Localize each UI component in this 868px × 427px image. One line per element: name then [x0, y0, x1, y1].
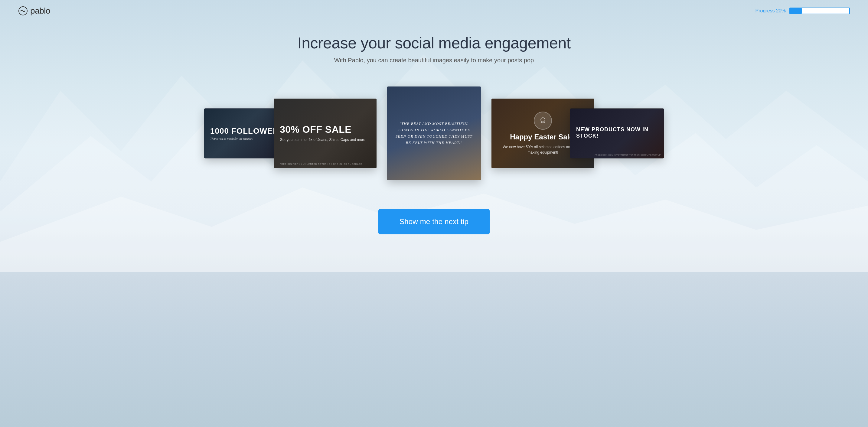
pablo-logo-icon [18, 6, 28, 16]
hero-title: Increase your social media engagement [297, 34, 571, 52]
card-3-quote: "The best and most beautiful things in t… [393, 121, 475, 146]
card-new-products: New Products Now In Stock! FACEBOOK.COM/… [570, 109, 664, 158]
card-4-title: Happy Easter Sale! [510, 133, 576, 141]
card-2-footer: FREE DELIVERY / UNLIMITED RETURNS / ONE … [280, 163, 362, 165]
card-5-title: New Products Now In Stock! [576, 126, 658, 139]
cards-container: 1000 Followers Thank you so much for the… [0, 82, 868, 185]
card-quote: "The best and most beautiful things in t… [387, 87, 481, 180]
card-4-icon-circle [534, 112, 552, 130]
cta-section: Show me the next tip [378, 209, 490, 234]
progress-container: Progress 20% [755, 7, 850, 14]
logo-text: pablo [30, 6, 50, 16]
header: pablo Progress 20% [0, 0, 868, 22]
card-sale: 30% OFF SALE Get your summer fix of Jean… [274, 99, 376, 168]
hero-subtitle: With Pablo, you can create beautiful ima… [297, 57, 571, 64]
hero-section: Increase your social media engagement Wi… [297, 34, 571, 64]
progress-label: Progress 20% [755, 8, 786, 13]
svg-point-5 [541, 118, 545, 122]
progress-bar-fill [790, 8, 802, 13]
next-tip-button[interactable]: Show me the next tip [378, 209, 490, 234]
card-2-title: 30% OFF SALE [280, 124, 371, 135]
card-2-subtitle: Get your summer fix of Jeans, Shirts, Ca… [280, 137, 371, 143]
progress-bar-track [789, 7, 850, 14]
card-5-footer: FACEBOOK.COM/MYSTARTUP TWITTER.COM/MYSTA… [595, 154, 661, 156]
logo[interactable]: pablo [18, 6, 50, 16]
svg-point-4 [21, 10, 22, 11]
